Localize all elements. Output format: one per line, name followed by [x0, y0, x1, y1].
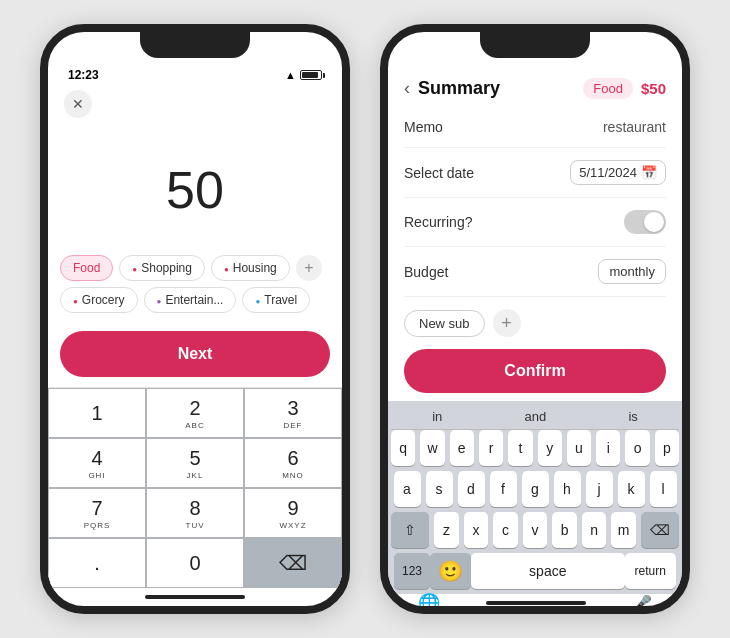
next-button[interactable]: Next	[60, 331, 330, 377]
category-travel[interactable]: Travel	[242, 287, 310, 313]
suggestion-in[interactable]: in	[432, 409, 442, 424]
back-button[interactable]: ‹	[404, 78, 410, 99]
calendar-icon: 📅	[641, 165, 657, 180]
key-i[interactable]: i	[596, 430, 620, 466]
key-o[interactable]: o	[625, 430, 649, 466]
close-button[interactable]: ✕	[64, 90, 92, 118]
key-4[interactable]: 4GHI	[48, 438, 146, 488]
add-category-button[interactable]: +	[296, 255, 322, 281]
key-dot[interactable]: .	[48, 538, 146, 588]
recurring-toggle[interactable]	[624, 210, 666, 234]
key-v[interactable]: v	[523, 512, 548, 548]
battery-icon	[300, 70, 322, 80]
budget-label: Budget	[404, 264, 448, 280]
key-f[interactable]: f	[490, 471, 517, 507]
key-j[interactable]: j	[586, 471, 613, 507]
home-indicator-1	[48, 588, 342, 606]
phone-2: ‹ Summary Food $50 Memo restaurant Selec…	[380, 24, 690, 614]
home-indicator-2: 🌐 🎤	[388, 594, 682, 612]
status-bar-1: 12:23 ▲	[48, 64, 342, 84]
category-entertainment[interactable]: Entertain...	[144, 287, 237, 313]
key-c[interactable]: c	[493, 512, 518, 548]
memo-row: Memo restaurant	[404, 107, 666, 148]
category-shopping[interactable]: Shopping	[119, 255, 205, 281]
recurring-row: Recurring?	[404, 198, 666, 247]
time-1: 12:23	[68, 68, 99, 82]
numpad-row-4: . 0 ⌫	[48, 538, 342, 588]
key-l[interactable]: l	[650, 471, 677, 507]
key-u[interactable]: u	[567, 430, 591, 466]
key-y[interactable]: y	[538, 430, 562, 466]
suggestion-is[interactable]: is	[628, 409, 637, 424]
key-g[interactable]: g	[522, 471, 549, 507]
key-m[interactable]: m	[611, 512, 636, 548]
keyboard: in and is q w e r t y u i o p a s d	[388, 401, 682, 594]
key-q[interactable]: q	[391, 430, 415, 466]
key-6[interactable]: 6MNO	[244, 438, 342, 488]
categories-row-2: Grocery Entertain... Travel	[60, 287, 330, 313]
key-w[interactable]: w	[420, 430, 444, 466]
key-7[interactable]: 7PQRS	[48, 488, 146, 538]
key-z[interactable]: z	[434, 512, 459, 548]
key-b[interactable]: b	[552, 512, 577, 548]
category-housing[interactable]: Housing	[211, 255, 290, 281]
key-h[interactable]: h	[554, 471, 581, 507]
key-1[interactable]: 1	[48, 388, 146, 438]
key-p[interactable]: p	[655, 430, 679, 466]
kb-row-3: ⇧ z x c v b n m ⌫	[391, 512, 679, 548]
budget-row: Budget monthly	[404, 247, 666, 297]
key-n[interactable]: n	[582, 512, 607, 548]
sub-row: New sub +	[388, 301, 682, 345]
numpad-row-2: 4GHI 5JKL 6MNO	[48, 438, 342, 488]
key-numbers[interactable]: 123	[394, 553, 430, 589]
summary-rows: Memo restaurant Select date 5/11/2024 📅 …	[388, 103, 682, 301]
recurring-label: Recurring?	[404, 214, 472, 230]
numpad-row-3: 7PQRS 8TUV 9WXYZ	[48, 488, 342, 538]
key-return[interactable]: return	[625, 553, 676, 589]
key-9[interactable]: 9WXYZ	[244, 488, 342, 538]
key-t[interactable]: t	[508, 430, 532, 466]
globe-icon[interactable]: 🌐	[418, 592, 440, 614]
key-emoji[interactable]: 🙂	[430, 553, 471, 589]
numpad: 1 2ABC 3DEF 4GHI 5JKL 6MNO 7PQRS 8TUV 9W…	[48, 387, 342, 588]
phone-1: 12:23 ▲ ✕ 50 Food Shopping Housing + Gro	[40, 24, 350, 614]
key-k[interactable]: k	[618, 471, 645, 507]
categories-row-1: Food Shopping Housing +	[60, 255, 330, 281]
key-8[interactable]: 8TUV	[146, 488, 244, 538]
summary-category-badge: Food	[583, 78, 633, 99]
suggestion-and[interactable]: and	[525, 409, 547, 424]
kb-row-1: q w e r t y u i o p	[391, 430, 679, 466]
confirm-button[interactable]: Confirm	[404, 349, 666, 393]
key-0[interactable]: 0	[146, 538, 244, 588]
key-shift[interactable]: ⇧	[391, 512, 429, 548]
key-space[interactable]: space	[471, 553, 624, 589]
key-r[interactable]: r	[479, 430, 503, 466]
summary-amount: $50	[641, 80, 666, 97]
budget-value[interactable]: monthly	[598, 259, 666, 284]
date-input[interactable]: 5/11/2024 📅	[570, 160, 666, 185]
new-sub-button[interactable]: New sub	[404, 310, 485, 337]
status-icons-1: ▲	[285, 69, 322, 81]
memo-label: Memo	[404, 119, 443, 135]
memo-value: restaurant	[603, 119, 666, 135]
kb-row-2: a s d f g h j k l	[391, 471, 679, 507]
key-delete[interactable]: ⌫	[641, 512, 679, 548]
key-x[interactable]: x	[464, 512, 489, 548]
summary-header: ‹ Summary Food $50	[388, 70, 682, 103]
key-e[interactable]: e	[450, 430, 474, 466]
categories-section: Food Shopping Housing + Grocery Entertai…	[48, 255, 342, 327]
key-d[interactable]: d	[458, 471, 485, 507]
mic-icon[interactable]: 🎤	[632, 594, 652, 613]
summary-title: Summary	[418, 78, 575, 99]
key-5[interactable]: 5JKL	[146, 438, 244, 488]
key-s[interactable]: s	[426, 471, 453, 507]
category-grocery[interactable]: Grocery	[60, 287, 138, 313]
category-food[interactable]: Food	[60, 255, 113, 281]
date-label: Select date	[404, 165, 474, 181]
kb-bottom-row: 123 🙂 space return	[391, 553, 679, 589]
key-backspace[interactable]: ⌫	[244, 538, 342, 588]
key-a[interactable]: a	[394, 471, 421, 507]
key-2[interactable]: 2ABC	[146, 388, 244, 438]
add-sub-button[interactable]: +	[493, 309, 521, 337]
key-3[interactable]: 3DEF	[244, 388, 342, 438]
